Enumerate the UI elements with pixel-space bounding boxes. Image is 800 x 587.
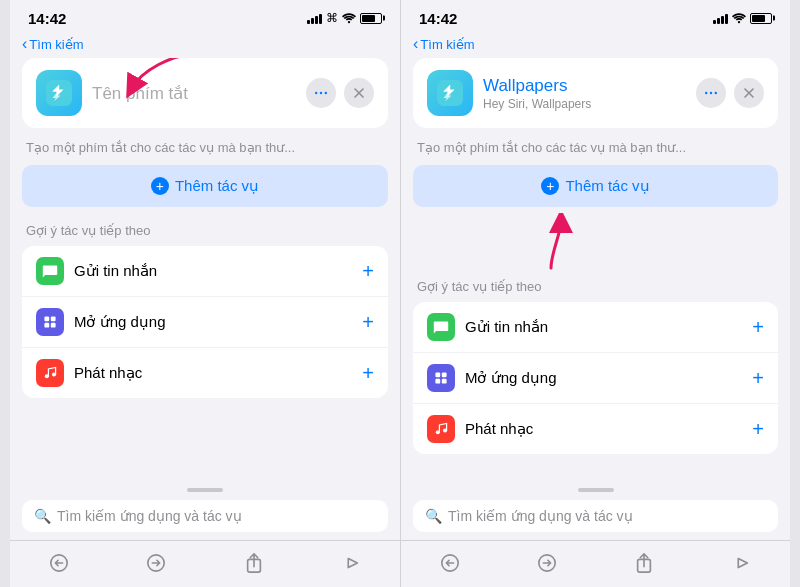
svg-point-16 bbox=[738, 21, 740, 23]
status-time-right: 14:42 bbox=[419, 10, 457, 27]
section-label-right: Gợi ý tác vụ tiếp theo bbox=[401, 279, 790, 302]
svg-point-27 bbox=[436, 430, 440, 434]
open-app-icon-right bbox=[427, 364, 455, 392]
svg-rect-8 bbox=[51, 316, 56, 321]
add-task-button-right[interactable]: + Thêm tác vụ bbox=[413, 165, 778, 207]
svg-point-18 bbox=[705, 92, 707, 94]
plus-circle-icon-left: + bbox=[151, 177, 169, 195]
svg-point-3 bbox=[320, 92, 322, 94]
nav-bar-right: ‹ Tìm kiếm bbox=[401, 32, 790, 58]
sugg-label-openapp-left: Mở ứng dụng bbox=[74, 313, 352, 331]
svg-rect-10 bbox=[51, 323, 56, 328]
toolbar-back-btn-right[interactable] bbox=[434, 549, 466, 577]
back-button-right[interactable]: ‹ Tìm kiếm bbox=[413, 36, 475, 52]
header-actions-left bbox=[306, 78, 374, 108]
right-panel: 14:42 ‹ Tìm kiếm bbox=[400, 0, 790, 587]
toolbar-play-btn-right[interactable] bbox=[725, 549, 757, 577]
add-task-button-left[interactable]: + Thêm tác vụ bbox=[22, 165, 388, 207]
status-icons-right bbox=[713, 12, 772, 24]
svg-point-4 bbox=[325, 92, 327, 94]
sugg-add-messages-left[interactable]: + bbox=[362, 261, 374, 281]
svg-rect-23 bbox=[435, 372, 440, 377]
sugg-label-messages-left: Gửi tin nhắn bbox=[74, 262, 352, 280]
toolbar-forward-btn-right[interactable] bbox=[531, 549, 563, 577]
toolbar-forward-btn-left[interactable] bbox=[140, 549, 172, 577]
nav-bar-left: ‹ Tìm kiếm bbox=[10, 32, 400, 58]
svg-point-11 bbox=[45, 374, 49, 378]
menu-icon-right bbox=[703, 85, 719, 101]
suggestion-item[interactable]: Gửi tin nhắn + bbox=[413, 302, 778, 353]
search-icon-left: 🔍 bbox=[34, 508, 51, 524]
shortcut-name-area-left: Tên phím tắt bbox=[92, 83, 296, 104]
shortcut-name-left[interactable]: Tên phím tắt bbox=[92, 83, 296, 104]
svg-rect-24 bbox=[442, 372, 447, 377]
wifi-icon-right bbox=[732, 12, 746, 24]
search-bar-right[interactable]: 🔍 Tìm kiếm ứng dụng và tác vụ bbox=[413, 500, 778, 532]
toolbar-right bbox=[401, 540, 790, 587]
svg-point-20 bbox=[715, 92, 717, 94]
left-panel: 14:42 ⌘ ‹ Tìm kiếm bbox=[10, 0, 400, 587]
wifi-icon-left: ⌘ bbox=[326, 11, 338, 25]
section-label-left: Gợi ý tác vụ tiếp theo bbox=[10, 223, 400, 246]
sugg-label-openapp-right: Mở ứng dụng bbox=[465, 369, 742, 387]
plus-circle-icon-right: + bbox=[541, 177, 559, 195]
menu-button-left[interactable] bbox=[306, 78, 336, 108]
status-bar-left: 14:42 ⌘ bbox=[10, 0, 400, 32]
battery-icon-right bbox=[750, 13, 772, 24]
toolbar-back-btn-left[interactable] bbox=[43, 549, 75, 577]
sugg-add-openapp-right[interactable]: + bbox=[752, 368, 764, 388]
add-task-container-right: + Thêm tác vụ bbox=[401, 165, 790, 223]
svg-rect-7 bbox=[44, 316, 49, 321]
suggestion-item[interactable]: Phát nhạc + bbox=[413, 404, 778, 454]
suggestion-list-right: Gửi tin nhắn + Mở ứng dụng + Phát nhạc + bbox=[413, 302, 778, 454]
sugg-add-openapp-left[interactable]: + bbox=[362, 312, 374, 332]
close-button-left[interactable] bbox=[344, 78, 374, 108]
drag-indicator-left bbox=[187, 488, 223, 492]
toolbar-share-btn-right[interactable] bbox=[628, 549, 660, 577]
status-bar-right: 14:42 bbox=[401, 0, 790, 32]
sugg-add-music-right[interactable]: + bbox=[752, 419, 764, 439]
bottom-area-right: 🔍 Tìm kiếm ứng dụng và tác vụ bbox=[401, 482, 790, 587]
suggestion-item[interactable]: Phát nhạc + bbox=[22, 348, 388, 398]
toolbar-share-btn-left[interactable] bbox=[238, 549, 270, 577]
sugg-label-messages-right: Gửi tin nhắn bbox=[465, 318, 742, 336]
messages-icon bbox=[36, 257, 64, 285]
music-icon-right bbox=[427, 415, 455, 443]
search-bar-left[interactable]: 🔍 Tìm kiếm ứng dụng và tác vụ bbox=[22, 500, 388, 532]
bottom-area-left: 🔍 Tìm kiếm ứng dụng và tác vụ bbox=[10, 482, 400, 587]
back-button-left[interactable]: ‹ Tìm kiếm bbox=[22, 36, 84, 52]
shortcut-app-icon-left bbox=[36, 70, 82, 116]
sugg-label-music-left: Phát nhạc bbox=[74, 364, 352, 382]
sugg-add-music-left[interactable]: + bbox=[362, 363, 374, 383]
back-label-right: Tìm kiếm bbox=[420, 37, 474, 52]
suggestion-item[interactable]: Mở ứng dụng + bbox=[22, 297, 388, 348]
svg-rect-9 bbox=[44, 323, 49, 328]
search-placeholder-left: Tìm kiếm ứng dụng và tác vụ bbox=[57, 508, 242, 524]
add-task-label-right: Thêm tác vụ bbox=[565, 177, 649, 195]
arrow-annotation-right bbox=[521, 213, 601, 273]
add-task-label-left: Thêm tác vụ bbox=[175, 177, 259, 195]
suggestion-item[interactable]: Mở ứng dụng + bbox=[413, 353, 778, 404]
battery-icon-left bbox=[360, 13, 382, 24]
open-app-icon bbox=[36, 308, 64, 336]
svg-point-0 bbox=[348, 21, 350, 23]
description-right: Tạo một phím tắt cho các tác vụ mà bạn t… bbox=[401, 140, 790, 165]
close-button-right[interactable] bbox=[734, 78, 764, 108]
search-icon-right: 🔍 bbox=[425, 508, 442, 524]
suggestion-item[interactable]: Gửi tin nhắn + bbox=[22, 246, 388, 297]
content-left: Tên phím tắt bbox=[10, 58, 400, 482]
signal-icon-right bbox=[713, 12, 728, 24]
messages-icon-right bbox=[427, 313, 455, 341]
search-placeholder-right: Tìm kiếm ứng dụng và tác vụ bbox=[448, 508, 633, 524]
shortcut-name-right[interactable]: Wallpapers bbox=[483, 76, 686, 96]
sugg-label-music-right: Phát nhạc bbox=[465, 420, 742, 438]
wifi-icon-left bbox=[342, 12, 356, 24]
suggestion-list-left: Gửi tin nhắn + Mở ứng dụng + Phát nhạc + bbox=[22, 246, 388, 398]
svg-point-12 bbox=[52, 373, 56, 377]
menu-button-right[interactable] bbox=[696, 78, 726, 108]
sugg-add-messages-right[interactable]: + bbox=[752, 317, 764, 337]
back-label-left: Tìm kiếm bbox=[29, 37, 83, 52]
toolbar-play-btn-left[interactable] bbox=[335, 549, 367, 577]
signal-icon-left bbox=[307, 12, 322, 24]
svg-point-28 bbox=[443, 429, 447, 433]
